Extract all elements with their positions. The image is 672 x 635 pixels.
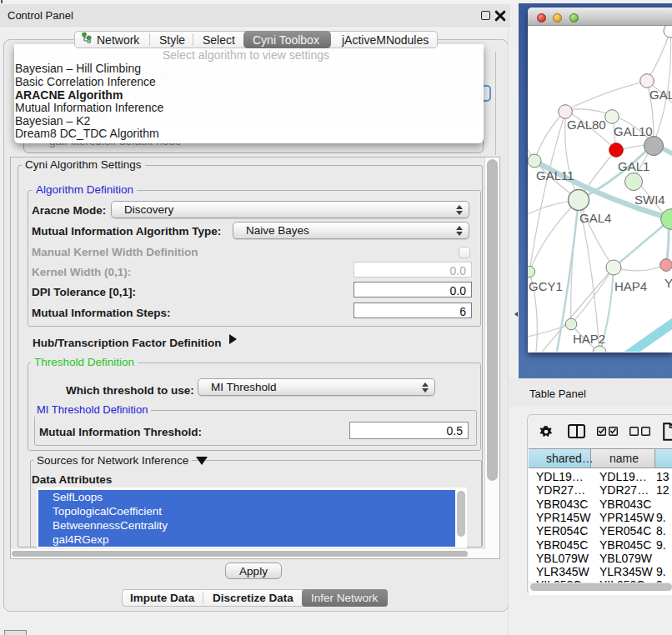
svg-text:GAL4: GAL4 [579,211,611,225]
svg-text:HAP2: HAP2 [573,332,605,346]
svg-text:SWI4: SWI4 [634,192,665,207]
svg-text:GAL11: GAL11 [536,168,574,182]
svg-text:HAP4: HAP4 [614,279,647,293]
svg-text:GAL1: GAL1 [618,159,649,173]
svg-text:Y: Y [664,276,672,290]
svg-text:GCY1: GCY1 [529,279,563,293]
